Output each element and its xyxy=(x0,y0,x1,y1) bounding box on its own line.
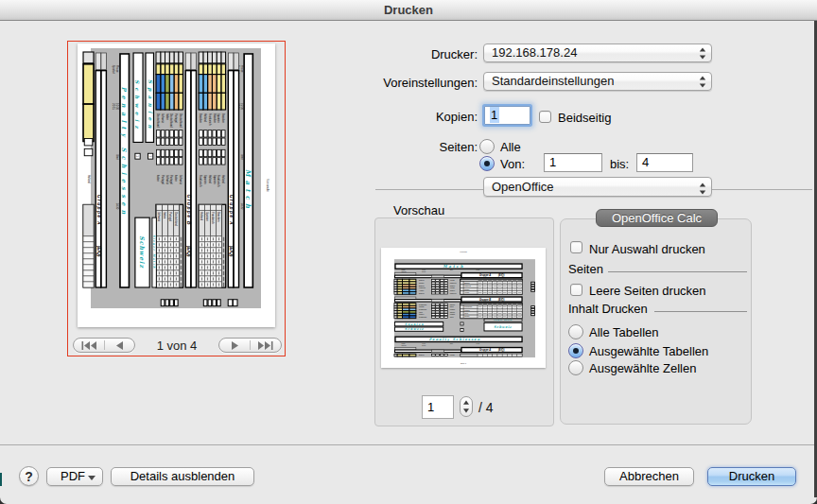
selected-tables-label: Ausgewählte Tabellen xyxy=(589,344,708,358)
cancel-button[interactable]: Abbrechen xyxy=(604,467,694,486)
svg-text:Schweiz: Schweiz xyxy=(405,327,425,331)
footer-separator xyxy=(0,444,814,445)
popup-arrows-icon xyxy=(699,182,706,200)
svg-text:20:15: 20:15 xyxy=(112,103,115,110)
svg-text:14:30: 14:30 xyxy=(476,343,479,344)
vorschau-label: Vorschau xyxy=(393,203,444,217)
svg-text:(E/Q): (E/Q) xyxy=(186,246,192,257)
all-tables-radio[interactable] xyxy=(568,324,583,339)
pages-group-label: Seiten xyxy=(568,262,603,276)
svg-text:Phase: Phase xyxy=(115,65,119,73)
svg-text:Seite 1: Seite 1 xyxy=(461,362,467,364)
hide-details-button[interactable]: Details ausblenden xyxy=(111,467,254,486)
copies-input[interactable]: 1 xyxy=(484,106,530,125)
svg-text:Phase: Phase xyxy=(401,343,405,344)
svg-text:Holland: Holland xyxy=(450,287,455,288)
skip-to-first-icon xyxy=(81,341,96,350)
pages-all-radio[interactable] xyxy=(479,139,495,154)
app-popup-value: OpenOffice xyxy=(492,180,554,194)
selection-only-label: Nur Auswahl drucken xyxy=(589,242,705,256)
selection-only-checkbox[interactable] xyxy=(570,241,582,253)
svg-text:Gruppe B: Gruppe B xyxy=(479,298,491,302)
pdf-menu-button[interactable]: PDF xyxy=(46,467,103,486)
pages-label: Seiten: xyxy=(364,140,478,154)
svg-text:Start: Start xyxy=(240,154,244,160)
previous-page-button[interactable] xyxy=(104,339,134,352)
nav-left-group xyxy=(73,338,135,353)
printer-popup[interactable]: 192.168.178.24 xyxy=(483,43,712,62)
svg-text:Schweiz: Schweiz xyxy=(134,79,140,132)
background-app-sliver xyxy=(0,473,2,486)
preview-page: VorrundeSeite 1MatchPhaseSpielort10:3020… xyxy=(78,43,275,327)
empty-pages-checkbox[interactable] xyxy=(570,284,582,296)
svg-text:Schweiz: Schweiz xyxy=(419,314,425,315)
skip-to-last-icon xyxy=(258,341,273,350)
print-button[interactable]: Drucken xyxy=(707,467,796,486)
page-stepper[interactable] xyxy=(460,396,473,417)
svg-text:Gruppe B: Gruppe B xyxy=(186,195,192,226)
presets-popup[interactable]: Standardeinstellungen xyxy=(483,72,712,91)
printer-popup-value: 192.168.178.24 xyxy=(492,45,577,60)
print-preview-widget: VorrundeSeite 1MatchPhaseSpielort10:3020… xyxy=(67,41,286,356)
svg-text:20:15: 20:15 xyxy=(422,345,426,346)
svg-text:Schweiz: Schweiz xyxy=(450,312,456,313)
svg-text:10:30: 10:30 xyxy=(240,103,244,110)
svg-text:(E/Q): (E/Q) xyxy=(498,298,504,302)
printer-label: Drucker: xyxy=(364,47,478,61)
selected-cells-label: Ausgewählte Zellen xyxy=(589,361,696,375)
nav-right-group xyxy=(218,338,282,353)
dialog-title: Drucken xyxy=(0,0,817,21)
svg-text:Vorrunde: Vorrunde xyxy=(460,251,468,252)
svg-text:20:15: 20:15 xyxy=(422,271,426,272)
presets-label: Voreinstellungen: xyxy=(364,76,478,90)
pages-from-input[interactable]: 1 xyxy=(544,153,602,172)
svg-text:(E/Q): (E/Q) xyxy=(96,246,102,257)
svg-text:Spanien: Spanien xyxy=(450,286,455,287)
twosided-checkbox[interactable] xyxy=(539,111,551,123)
content-group-label: Inhalt Drucken xyxy=(568,302,648,316)
svg-text:Start: Start xyxy=(115,154,119,160)
svg-text:14:30: 14:30 xyxy=(476,269,479,270)
svg-text:10:30: 10:30 xyxy=(422,269,426,270)
selected-cells-radio[interactable] xyxy=(568,360,583,375)
svg-text:(E/Q): (E/Q) xyxy=(229,246,235,257)
svg-text:Gruppe A: Gruppe A xyxy=(479,348,491,352)
presets-popup-value: Standardeinstellungen xyxy=(492,74,614,88)
svg-text:14:30: 14:30 xyxy=(240,202,244,209)
svg-text:14:30: 14:30 xyxy=(115,202,119,209)
last-page-button[interactable] xyxy=(251,339,282,352)
popup-arrows-icon xyxy=(699,47,706,64)
copies-label: Kopien: xyxy=(364,110,478,124)
pages-from-label: Von: xyxy=(500,157,525,171)
svg-text:Gruppe A: Gruppe A xyxy=(229,195,235,226)
svg-text:Phase: Phase xyxy=(240,65,244,73)
pages-to-input[interactable]: 4 xyxy=(636,153,693,172)
pages-group-line xyxy=(608,271,747,272)
svg-text:Spanien: Spanien xyxy=(405,322,425,326)
app-popup[interactable]: OpenOffice xyxy=(483,177,712,197)
popup-arrows-icon xyxy=(699,76,706,93)
first-page-button[interactable] xyxy=(74,339,104,352)
svg-text:Schweiz: Schweiz xyxy=(139,235,146,269)
next-page-button[interactable] xyxy=(219,339,251,352)
calc-panel-tab: OpenOffice Calc xyxy=(596,209,718,227)
pages-from-radio[interactable] xyxy=(479,156,495,171)
svg-text:Spanien: Spanien xyxy=(464,289,469,290)
svg-text:10:30: 10:30 xyxy=(115,103,119,110)
svg-text:1: 1 xyxy=(461,329,462,331)
svg-text:Spielort: Spielort xyxy=(112,65,115,75)
previous-page-icon xyxy=(115,341,124,350)
svg-text:Schweiz: Schweiz xyxy=(450,304,456,305)
svg-text:Schweiz: Schweiz xyxy=(464,316,470,317)
svg-text:Schweiz: Schweiz xyxy=(494,325,512,329)
svg-text:(E/Q): (E/Q) xyxy=(498,273,504,277)
all-tables-label: Alle Tabellen xyxy=(589,325,658,339)
svg-text:Penalty Schiessen: Penalty Schiessen xyxy=(120,87,128,218)
selected-tables-radio[interactable] xyxy=(568,343,583,358)
page-number-input[interactable]: 1 xyxy=(422,395,454,419)
svg-text:Holland: Holland xyxy=(450,355,455,356)
help-button[interactable]: ? xyxy=(19,466,39,486)
svg-text:Holland: Holland xyxy=(450,280,455,281)
svg-text:Phase: Phase xyxy=(401,269,405,270)
svg-text:Gruppe A: Gruppe A xyxy=(479,273,491,277)
